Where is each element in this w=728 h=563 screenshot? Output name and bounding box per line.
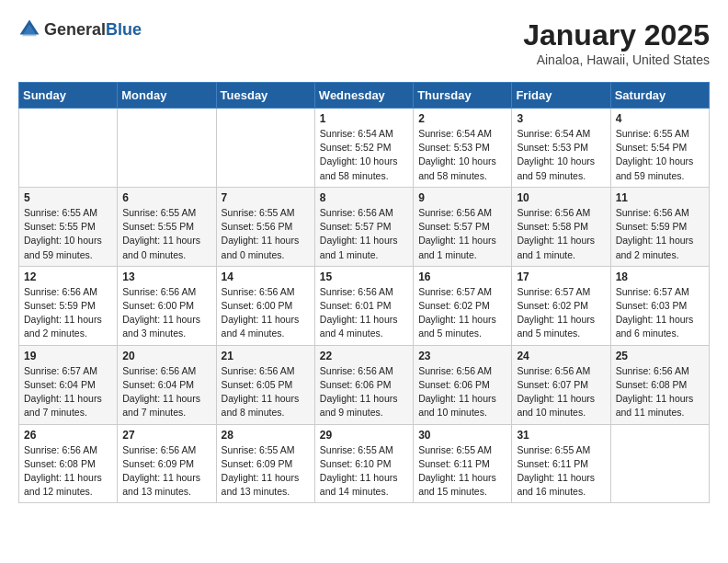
- weekday-header: Friday: [512, 83, 610, 109]
- day-number: 4: [616, 112, 704, 125]
- day-info: Sunrise: 6:56 AMSunset: 5:59 PMDaylight:…: [616, 206, 704, 262]
- calendar-cell: 19Sunrise: 6:57 AMSunset: 6:04 PMDayligh…: [19, 345, 118, 424]
- day-info: Sunrise: 6:56 AMSunset: 6:00 PMDaylight:…: [122, 285, 210, 341]
- weekday-header-row: SundayMondayTuesdayWednesdayThursdayFrid…: [19, 83, 710, 109]
- day-number: 7: [222, 191, 310, 204]
- day-number: 29: [320, 429, 408, 442]
- day-info: Sunrise: 6:56 AMSunset: 6:06 PMDaylight:…: [320, 364, 408, 420]
- calendar-week-row: 19Sunrise: 6:57 AMSunset: 6:04 PMDayligh…: [19, 345, 710, 424]
- day-info: Sunrise: 6:56 AMSunset: 6:08 PMDaylight:…: [24, 443, 112, 500]
- calendar-cell: 18Sunrise: 6:57 AMSunset: 6:03 PMDayligh…: [610, 266, 709, 345]
- calendar-cell: 22Sunrise: 6:56 AMSunset: 6:06 PMDayligh…: [314, 345, 413, 424]
- calendar-cell: 8Sunrise: 6:56 AMSunset: 5:57 PMDaylight…: [314, 187, 413, 266]
- page-header: GeneralBlue January 2025 Ainaloa, Hawaii…: [18, 18, 710, 67]
- day-number: 22: [320, 350, 408, 362]
- calendar-table: SundayMondayTuesdayWednesdayThursdayFrid…: [18, 82, 710, 503]
- day-info: Sunrise: 6:56 AMSunset: 5:59 PMDaylight:…: [24, 285, 112, 341]
- calendar-cell: 13Sunrise: 6:56 AMSunset: 6:00 PMDayligh…: [118, 266, 216, 345]
- day-info: Sunrise: 6:55 AMSunset: 6:10 PMDaylight:…: [320, 443, 408, 500]
- day-info: Sunrise: 6:56 AMSunset: 6:04 PMDaylight:…: [122, 364, 210, 420]
- logo-general-text: General: [44, 20, 106, 39]
- calendar-cell: 2Sunrise: 6:54 AMSunset: 5:53 PMDaylight…: [414, 109, 512, 188]
- day-info: Sunrise: 6:57 AMSunset: 6:02 PMDaylight:…: [517, 285, 605, 341]
- location-title: Ainaloa, Hawaii, United States: [523, 52, 710, 67]
- day-number: 11: [616, 191, 704, 204]
- day-info: Sunrise: 6:56 AMSunset: 5:57 PMDaylight:…: [418, 206, 506, 262]
- day-number: 30: [418, 429, 506, 442]
- calendar-cell: 4Sunrise: 6:55 AMSunset: 5:54 PMDaylight…: [610, 109, 709, 188]
- weekday-header: Saturday: [610, 83, 709, 109]
- day-info: Sunrise: 6:55 AMSunset: 5:55 PMDaylight:…: [122, 206, 210, 262]
- day-number: 25: [616, 350, 704, 362]
- weekday-header: Tuesday: [216, 83, 314, 109]
- logo-blue-text: Blue: [106, 20, 142, 39]
- weekday-header: Wednesday: [314, 83, 413, 109]
- day-info: Sunrise: 6:55 AMSunset: 5:56 PMDaylight:…: [222, 206, 310, 262]
- calendar-cell: [19, 109, 118, 188]
- calendar-cell: 15Sunrise: 6:56 AMSunset: 6:01 PMDayligh…: [314, 266, 413, 345]
- day-number: 26: [24, 429, 112, 442]
- calendar-cell: 25Sunrise: 6:56 AMSunset: 6:08 PMDayligh…: [610, 345, 709, 424]
- day-info: Sunrise: 6:56 AMSunset: 6:05 PMDaylight:…: [222, 364, 310, 420]
- day-number: 17: [517, 270, 605, 283]
- day-number: 1: [320, 112, 408, 125]
- calendar-cell: 16Sunrise: 6:57 AMSunset: 6:02 PMDayligh…: [414, 266, 512, 345]
- calendar-cell: 29Sunrise: 6:55 AMSunset: 6:10 PMDayligh…: [314, 424, 413, 503]
- calendar-week-row: 5Sunrise: 6:55 AMSunset: 5:55 PMDaylight…: [19, 187, 710, 266]
- weekday-header: Sunday: [19, 83, 118, 109]
- day-number: 8: [320, 191, 408, 204]
- calendar-cell: 9Sunrise: 6:56 AMSunset: 5:57 PMDaylight…: [414, 187, 512, 266]
- day-info: Sunrise: 6:55 AMSunset: 5:54 PMDaylight:…: [616, 127, 704, 183]
- calendar-cell: 23Sunrise: 6:56 AMSunset: 6:06 PMDayligh…: [414, 345, 512, 424]
- calendar-cell: 20Sunrise: 6:56 AMSunset: 6:04 PMDayligh…: [118, 345, 216, 424]
- day-info: Sunrise: 6:57 AMSunset: 6:03 PMDaylight:…: [616, 285, 704, 341]
- calendar-week-row: 1Sunrise: 6:54 AMSunset: 5:52 PMDaylight…: [19, 109, 710, 188]
- calendar-cell: [610, 424, 709, 503]
- day-info: Sunrise: 6:57 AMSunset: 6:04 PMDaylight:…: [24, 364, 112, 420]
- calendar-cell: 14Sunrise: 6:56 AMSunset: 6:00 PMDayligh…: [216, 266, 314, 345]
- calendar-week-row: 12Sunrise: 6:56 AMSunset: 5:59 PMDayligh…: [19, 266, 710, 345]
- calendar-cell: 1Sunrise: 6:54 AMSunset: 5:52 PMDaylight…: [314, 109, 413, 188]
- day-number: 9: [418, 191, 506, 204]
- day-number: 27: [122, 429, 210, 442]
- calendar-cell: 17Sunrise: 6:57 AMSunset: 6:02 PMDayligh…: [512, 266, 610, 345]
- calendar-cell: 30Sunrise: 6:55 AMSunset: 6:11 PMDayligh…: [414, 424, 512, 503]
- calendar-cell: 11Sunrise: 6:56 AMSunset: 5:59 PMDayligh…: [610, 187, 709, 266]
- day-info: Sunrise: 6:56 AMSunset: 6:01 PMDaylight:…: [320, 285, 408, 341]
- calendar-cell: 24Sunrise: 6:56 AMSunset: 6:07 PMDayligh…: [512, 345, 610, 424]
- calendar-cell: 26Sunrise: 6:56 AMSunset: 6:08 PMDayligh…: [19, 424, 118, 503]
- day-info: Sunrise: 6:56 AMSunset: 6:09 PMDaylight:…: [122, 443, 210, 500]
- calendar-cell: [118, 109, 216, 188]
- day-number: 2: [418, 112, 506, 125]
- calendar-cell: [216, 109, 314, 188]
- logo-icon: [18, 18, 40, 40]
- day-info: Sunrise: 6:56 AMSunset: 6:08 PMDaylight:…: [616, 364, 704, 420]
- month-title: January 2025: [523, 18, 710, 52]
- calendar-cell: 21Sunrise: 6:56 AMSunset: 6:05 PMDayligh…: [216, 345, 314, 424]
- day-number: 18: [616, 270, 704, 283]
- day-number: 28: [222, 429, 310, 442]
- day-number: 23: [418, 350, 506, 362]
- day-info: Sunrise: 6:56 AMSunset: 6:00 PMDaylight:…: [222, 285, 310, 341]
- day-number: 24: [517, 350, 605, 362]
- calendar-cell: 27Sunrise: 6:56 AMSunset: 6:09 PMDayligh…: [118, 424, 216, 503]
- day-number: 14: [222, 270, 310, 283]
- calendar-cell: 28Sunrise: 6:55 AMSunset: 6:09 PMDayligh…: [216, 424, 314, 503]
- day-number: 21: [222, 350, 310, 362]
- calendar-cell: 7Sunrise: 6:55 AMSunset: 5:56 PMDaylight…: [216, 187, 314, 266]
- day-info: Sunrise: 6:54 AMSunset: 5:52 PMDaylight:…: [320, 127, 408, 183]
- day-info: Sunrise: 6:54 AMSunset: 5:53 PMDaylight:…: [418, 127, 506, 183]
- day-info: Sunrise: 6:55 AMSunset: 6:09 PMDaylight:…: [222, 443, 310, 500]
- day-info: Sunrise: 6:56 AMSunset: 6:07 PMDaylight:…: [517, 364, 605, 420]
- day-number: 20: [122, 350, 210, 362]
- day-info: Sunrise: 6:55 AMSunset: 6:11 PMDaylight:…: [418, 443, 506, 500]
- calendar-cell: 5Sunrise: 6:55 AMSunset: 5:55 PMDaylight…: [19, 187, 118, 266]
- calendar-week-row: 26Sunrise: 6:56 AMSunset: 6:08 PMDayligh…: [19, 424, 710, 503]
- weekday-header: Monday: [118, 83, 216, 109]
- calendar-cell: 6Sunrise: 6:55 AMSunset: 5:55 PMDaylight…: [118, 187, 216, 266]
- weekday-header: Thursday: [414, 83, 512, 109]
- day-info: Sunrise: 6:54 AMSunset: 5:53 PMDaylight:…: [517, 127, 605, 183]
- day-number: 31: [517, 429, 605, 442]
- logo: GeneralBlue: [18, 18, 142, 40]
- day-info: Sunrise: 6:57 AMSunset: 6:02 PMDaylight:…: [418, 285, 506, 341]
